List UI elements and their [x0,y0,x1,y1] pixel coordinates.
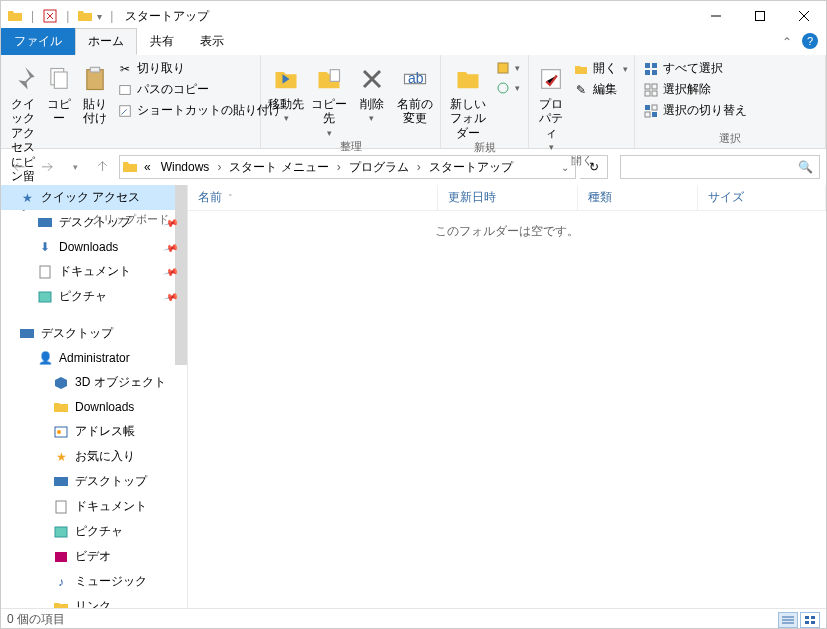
navigation-pane[interactable]: ★クイック アクセス デスクトップ📌 ⬇Downloads📌 ドキュメント📌 ピ… [1,185,187,608]
open-button[interactable]: 開く▾ [571,59,630,78]
copy-icon [43,63,75,95]
col-name[interactable]: 名前˄ [188,185,438,210]
crumb-programs[interactable]: プログラム [345,157,413,178]
desktop-icon [19,326,35,342]
crumb-windows[interactable]: Windows [157,158,214,176]
nav-desktop[interactable]: デスクトップ📌 [1,210,187,235]
nav-3dobjects[interactable]: 3D オブジェクト [1,370,187,395]
group-select-label: 選択 [635,131,825,148]
svg-rect-19 [645,70,650,75]
search-box[interactable]: 🔍 [620,155,820,179]
search-input[interactable] [625,160,815,174]
easyaccess-button[interactable]: ▾ [493,79,522,97]
folder-icon[interactable] [7,8,23,24]
crumb-startmenu[interactable]: スタート メニュー [225,157,332,178]
moveto-button[interactable]: 移動先 ▾ [267,59,306,124]
selectnone-button[interactable]: 選択解除 [641,80,749,99]
tab-view[interactable]: 表示 [187,28,237,55]
copy-button[interactable]: コピー [43,59,75,126]
icons-view-button[interactable] [800,612,820,628]
qat-properties-icon[interactable] [42,8,58,24]
invert-icon [643,103,659,119]
shortcut-icon [117,103,133,119]
maximize-button[interactable] [738,1,782,31]
nav-desktop3[interactable]: デスクトップ [1,469,187,494]
col-type[interactable]: 種類 [578,185,698,210]
address-dropdown-icon[interactable]: ⌄ [561,162,573,173]
nav-favorites[interactable]: ★お気に入り [1,444,187,469]
nav-pictures[interactable]: ピクチャ📌 [1,284,187,309]
minimize-button[interactable] [694,1,738,31]
newitem-button[interactable]: ▾ [493,59,522,77]
nav-desktop-root[interactable]: デスクトップ [1,321,187,346]
nav-video[interactable]: ビデオ [1,544,187,569]
breadcrumb[interactable]: « Windows スタート メニュー プログラム スタートアップ ⌄ [119,155,576,179]
edit-button[interactable]: ✎編集 [571,80,630,99]
pasteshortcut-button[interactable]: ショートカットの貼り付け [115,101,283,120]
copypath-icon [117,82,133,98]
selectall-button[interactable]: すべて選択 [641,59,749,78]
tab-file[interactable]: ファイル [1,28,75,55]
svg-rect-24 [652,91,657,96]
tab-share[interactable]: 共有 [137,28,187,55]
video-icon [53,549,69,565]
col-size[interactable]: サイズ [698,185,826,210]
svg-rect-45 [811,621,815,624]
paste-icon [79,63,111,95]
close-button[interactable] [782,1,826,31]
copyto-button[interactable]: コピー先 ▾ [310,59,349,139]
link-icon [53,599,69,609]
rename-button[interactable]: ab 名前の 変更 [395,59,434,126]
nav-downloads[interactable]: ⬇Downloads📌 [1,235,187,259]
easyaccess-icon [495,80,511,96]
crumb-startup[interactable]: スタートアップ [425,157,517,178]
svg-rect-21 [645,84,650,89]
nav-links[interactable]: リンク [1,594,187,608]
nav-contacts[interactable]: アドレス帳 [1,419,187,444]
qat-dropdown-icon[interactable]: ▾ [97,11,102,22]
details-view-button[interactable] [778,612,798,628]
nav-downloads2[interactable]: Downloads [1,395,187,419]
cut-button[interactable]: ✂切り取り [115,59,283,78]
nav-documents[interactable]: ドキュメント📌 [1,259,187,284]
picture-icon [53,524,69,540]
svg-point-15 [498,83,508,93]
nav-pictures2[interactable]: ピクチャ [1,519,187,544]
svg-rect-36 [56,501,66,513]
svg-rect-6 [54,72,67,88]
up-button[interactable]: 🡡 [91,155,115,179]
delete-button[interactable]: 削除 ▾ [353,59,392,124]
svg-rect-9 [120,85,131,94]
recent-dropdown[interactable]: ▾ [63,155,87,179]
crumb-prefix[interactable]: « [140,158,155,176]
desktop-icon [37,215,53,231]
properties-icon [535,63,567,95]
copypath-button[interactable]: パスのコピー [115,80,283,99]
user-icon: 👤 [37,350,53,366]
refresh-button[interactable]: ↻ [580,155,608,179]
nav-quickaccess[interactable]: ★クイック アクセス [1,185,187,210]
svg-text:ab: ab [408,70,424,86]
qat-newfolder-icon[interactable] [77,8,93,24]
col-date[interactable]: 更新日時 [438,185,578,210]
back-button[interactable]: 🡠 [7,155,31,179]
column-headers: 名前˄ 更新日時 種類 サイズ [188,185,826,211]
cube-icon [53,375,69,391]
nav-admin[interactable]: 👤Administrator [1,346,187,370]
status-bar: 0 個の項目 [1,608,826,629]
properties-button[interactable]: プロパティ ▾ [535,59,567,153]
newfolder-button[interactable]: 新しい フォルダー [447,59,489,140]
paste-button[interactable]: 貼り付け [79,59,111,126]
selectnone-icon [643,82,659,98]
collapse-ribbon-icon[interactable]: ⌃ [782,35,792,49]
tab-home[interactable]: ホーム [75,28,137,55]
invertselection-button[interactable]: 選択の切り替え [641,101,749,120]
nav-music[interactable]: ♪ミュージック [1,569,187,594]
document-icon [53,499,69,515]
forward-button[interactable]: 🡢 [35,155,59,179]
content-pane[interactable]: 名前˄ 更新日時 種類 サイズ このフォルダーは空です。 [187,185,826,608]
help-icon[interactable]: ? [802,33,818,49]
svg-rect-22 [652,84,657,89]
nav-documents2[interactable]: ドキュメント [1,494,187,519]
nav-scrollbar[interactable] [175,185,187,365]
